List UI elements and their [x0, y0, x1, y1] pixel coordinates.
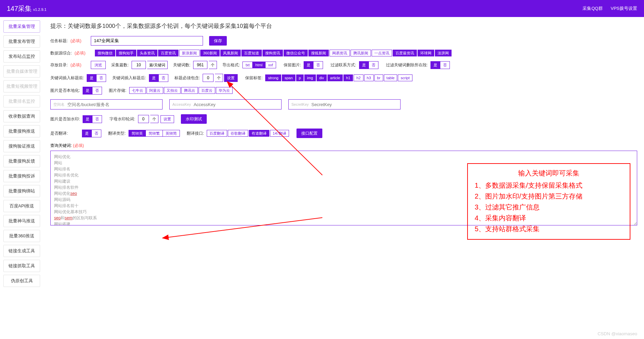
source-搜狗知乎[interactable]: 搜狗知乎 [116, 50, 136, 56]
format-html[interactable]: html [253, 62, 266, 68]
source-360新闻[interactable]: 360新闻 [200, 50, 219, 56]
sidebar-item-7[interactable]: 批量搜狗推送 [3, 125, 40, 137]
source-头条资讯[interactable]: 头条资讯 [137, 50, 157, 56]
cloud-腾讯云[interactable]: 腾讯云 [181, 87, 198, 94]
source-网易资讯[interactable]: 网易资讯 [329, 50, 350, 56]
cloud-百度云[interactable]: 百度云 [199, 87, 215, 94]
trans-api-147翻译[interactable]: 147翻译 [270, 130, 289, 137]
rotate-input[interactable] [138, 115, 149, 123]
sidebar-item-13[interactable]: 批量神马推送 [3, 215, 40, 227]
sidebar-item-14[interactable]: 批量360推送 [3, 230, 40, 242]
header-links: 采集QQ群 VPS拨号设置 [576, 5, 637, 12]
cloud-阿里云[interactable]: 阿里云 [147, 87, 163, 94]
sidebar-item-16[interactable]: 链接抓取工具 [3, 260, 40, 272]
source-百度知道[interactable]: 百度知道 [241, 50, 262, 56]
tag-h2[interactable]: h2 [354, 74, 363, 81]
tag-h1[interactable]: h1 [343, 74, 353, 81]
row-watermark: 图片是否加水印: 是否 字母水印轮词: 个 设置 水印测试 [50, 114, 637, 124]
tag-p[interactable]: p [296, 74, 304, 81]
sidebar-item-8[interactable]: 搜狗验证推送 [3, 140, 40, 152]
count-input[interactable] [132, 61, 146, 69]
link-vps[interactable]: VPS拨号设置 [611, 6, 637, 11]
tag-span[interactable]: span [282, 74, 295, 81]
row-kw-insert: 关键词插入标题前: 是否 关键词插入标题后: 是否 标题必须包含: 个 设置 保… [50, 74, 637, 82]
source-澎湃网[interactable]: 澎湃网 [435, 50, 452, 56]
sidebar-item-1[interactable]: 批量发布管理 [3, 35, 40, 48]
source-百度最资讯[interactable]: 百度最资讯 [393, 50, 417, 56]
tag-br[interactable]: br [374, 74, 383, 81]
trans-type-英转简[interactable]: 英转简 [163, 130, 180, 137]
app-title: 147采集v1.2.9.1 [7, 4, 47, 13]
source-一点资讯[interactable]: 一点资讯 [372, 50, 392, 56]
source-环球网[interactable]: 环球网 [418, 50, 434, 56]
source-搜狗资讯[interactable]: 搜狗资讯 [262, 50, 283, 56]
sidebar-item-11[interactable]: 批量搜狗绑站 [3, 185, 40, 197]
source-凤凰新闻[interactable]: 凤凰新闻 [220, 50, 241, 56]
task-label: 任务标题: [50, 38, 68, 44]
cloud-又拍云[interactable]: 又拍云 [164, 87, 181, 94]
sidebar-item-15[interactable]: 链接生成工具 [3, 245, 40, 257]
filter-kw-toggle: 是 否 [430, 61, 450, 69]
filter-contact-toggle: 是 否 [359, 61, 378, 69]
tag-img[interactable]: img [304, 74, 316, 81]
sidebar-item-2[interactable]: 发布站点监控 [3, 50, 40, 63]
link-qq[interactable]: 采集QQ群 [582, 6, 603, 11]
kwcount-input[interactable] [193, 61, 207, 69]
sources-label: 数据源综合: [50, 50, 72, 56]
tag-h3[interactable]: h3 [364, 74, 374, 81]
row-cloud-creds: 空间名 AccessKey SecretKey [50, 99, 637, 109]
space-input-wrap[interactable]: 空间名 [50, 99, 163, 109]
sidebar-item-4[interactable]: 批量短视频管理 [3, 80, 40, 92]
tag-strong[interactable]: strong [265, 74, 281, 81]
sidebar-item-5[interactable]: 批量排名监控 [3, 95, 40, 107]
task-title-input[interactable] [91, 36, 203, 46]
must-set-btn[interactable]: 设置 [224, 74, 238, 82]
source-搜狗微信[interactable]: 搜狗微信 [95, 50, 115, 56]
source-百度资讯[interactable]: 百度资讯 [158, 50, 179, 56]
save-button[interactable]: 保存 [209, 36, 227, 46]
trans-api-百度翻译[interactable]: 百度翻译 [207, 130, 227, 137]
sidebar-item-10[interactable]: 批量搜狗投诉 [3, 170, 40, 182]
tag-div[interactable]: div [317, 74, 327, 81]
sidebar-item-3[interactable]: 批量自媒体管理 [3, 65, 40, 78]
browse-button[interactable]: 浏览 [91, 61, 106, 69]
space-input[interactable] [67, 102, 159, 107]
tag-script[interactable]: script [398, 74, 412, 81]
format-xxf[interactable]: xxf [266, 62, 276, 68]
sidebar-item-9[interactable]: 批量搜狗反馈 [3, 155, 40, 167]
source-搜狐新闻[interactable]: 搜狐新闻 [308, 50, 329, 56]
sidebar-item-12[interactable]: 百度API推送 [3, 200, 40, 212]
trans-type-简转英[interactable]: 简转英 [129, 130, 146, 137]
row-sources: 数据源综合: (必填) 搜狗微信搜狗知乎头条资讯百度资讯新浪新闻360新闻凤凰新… [50, 50, 637, 56]
sk-input[interactable] [311, 102, 397, 107]
cloud-华为云[interactable]: 华为云 [216, 87, 233, 94]
ak-input[interactable] [193, 102, 278, 107]
row-img-local: 图片是否本地化: 是否 图片存储: 七牛云阿里云又拍云腾讯云百度云华为云 [50, 87, 637, 95]
trans-api-谷歌翻译[interactable]: 谷歌翻译 [228, 130, 248, 137]
main-panel: 提示：关键词数最多1000个，采集数据源多个轮训，每个关键词最多采集10篇每个平… [44, 17, 644, 293]
trans-type-简转繁[interactable]: 简转繁 [146, 130, 163, 137]
source-新浪新闻[interactable]: 新浪新闻 [179, 50, 200, 56]
must-input[interactable] [203, 74, 214, 82]
keywords-label: 查询关键词: (必填) [50, 143, 637, 149]
trans-api-有道翻译[interactable]: 有道翻译 [249, 130, 269, 137]
annotation-overlay: 输入关键词即可采集 1、多数据源采集/支持保留采集格式2、图片加水印/支持图片第… [467, 163, 630, 240]
keep-img-toggle: 是 否 [304, 61, 323, 69]
format-txt[interactable]: txt [242, 62, 253, 68]
api-config-button[interactable]: 接口配置 [296, 129, 322, 138]
source-微信公众号[interactable]: 微信公众号 [284, 50, 308, 56]
hint-text: 提示：关键词数最多1000个，采集数据源多个轮训，每个关键词最多采集10篇每个平… [50, 22, 637, 30]
cloud-七牛云[interactable]: 七牛云 [129, 87, 146, 94]
sk-input-wrap[interactable]: SecretKey [288, 99, 401, 109]
sidebar-item-17[interactable]: 伪原创工具 [3, 275, 40, 287]
tag-article[interactable]: article [327, 74, 343, 81]
watermark-test-button[interactable]: 水印测试 [181, 114, 207, 124]
sidebar-item-6[interactable]: 收录数据查询 [3, 110, 40, 122]
rotate-set-btn[interactable]: 设置 [160, 115, 174, 123]
tag-table[interactable]: table [384, 74, 397, 81]
source-腾讯新闻[interactable]: 腾讯新闻 [351, 50, 371, 56]
sidebar-item-0[interactable]: 批量采集管理 [3, 20, 40, 33]
sidebar: 批量采集管理批量发布管理发布站点监控批量自媒体管理批量短视频管理批量排名监控收录… [0, 17, 44, 293]
row-translate: 是否翻译: 是否 翻译类型: 简转英简转繁英转简 翻译接口: 百度翻译谷歌翻译有… [50, 129, 637, 138]
ak-input-wrap[interactable]: AccessKey [169, 99, 282, 109]
